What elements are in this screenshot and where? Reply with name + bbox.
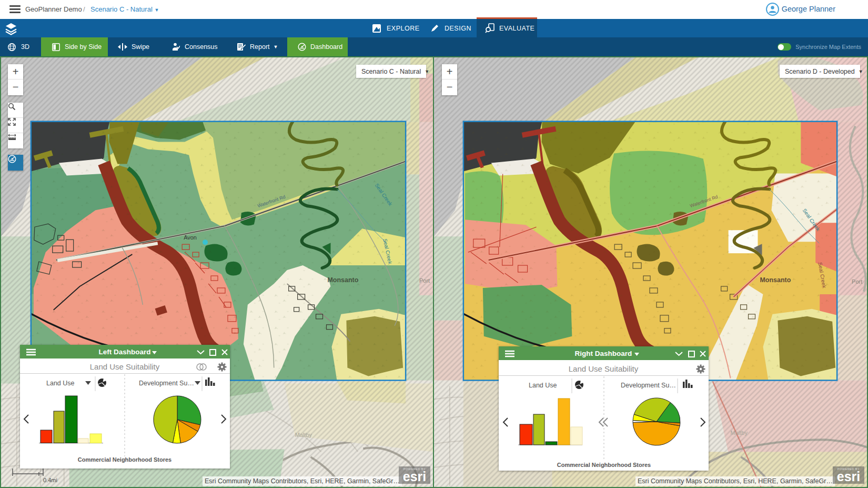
svg-text:Land Use: Land Use (529, 382, 557, 389)
svg-text:Monsanto: Monsanto (327, 276, 358, 284)
svg-text:Maltby: Maltby (295, 432, 312, 438)
svg-text:Avon: Avon (184, 234, 197, 241)
svg-text:Monsanto: Monsanto (760, 276, 791, 284)
svg-text:Commercial Neighborhood Stores: Commercial Neighborhood Stores (557, 462, 651, 468)
svg-text:Land Use Suitability: Land Use Suitability (569, 364, 639, 373)
svg-text:Development Su…: Development Su… (621, 382, 676, 389)
svg-text:0.4mi: 0.4mi (43, 477, 57, 483)
svg-text:Commercial Neighborhood Stores: Commercial Neighborhood Stores (78, 456, 171, 463)
svg-text:Left Dashboard: Left Dashboard (98, 348, 150, 356)
svg-text:Land Use: Land Use (46, 380, 75, 387)
svg-text:Right Dashboard: Right Dashboard (575, 350, 632, 357)
svg-text:Port: Port (419, 277, 430, 284)
svg-text:Land Use Suitability: Land Use Suitability (90, 362, 160, 371)
svg-text:Maltby: Maltby (731, 430, 748, 436)
svg-text:Development Su…: Development Su… (139, 380, 194, 387)
svg-text:Port: Port (852, 278, 862, 285)
